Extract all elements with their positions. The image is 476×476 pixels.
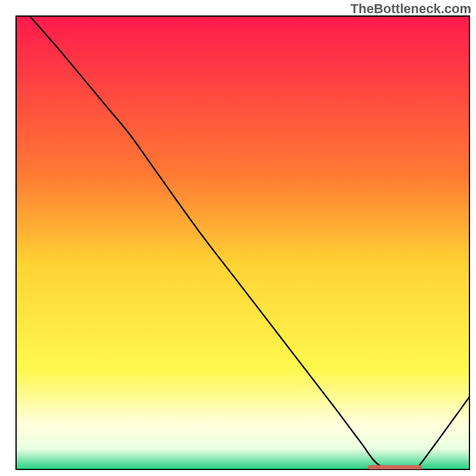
watermark-text: TheBottleneck.com xyxy=(350,1,471,17)
plot-background xyxy=(16,16,469,469)
chart-container: TheBottleneck.com xyxy=(0,0,476,476)
chart-svg xyxy=(0,0,476,476)
